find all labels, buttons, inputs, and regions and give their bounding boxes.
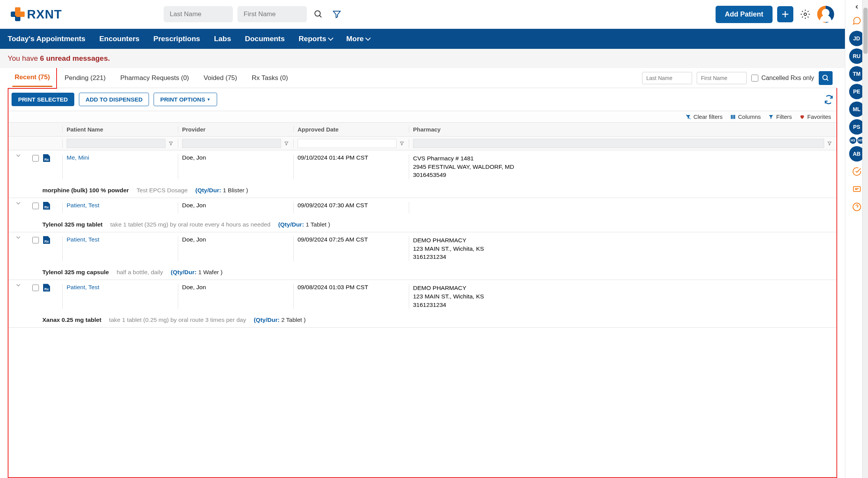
filter-funnel-icon[interactable] xyxy=(826,141,833,146)
refresh-icon[interactable] xyxy=(824,95,833,104)
tab-search-button[interactable] xyxy=(819,71,833,85)
svg-rect-9 xyxy=(733,115,734,119)
patient-link[interactable]: Patient, Test xyxy=(67,202,99,208)
svg-line-6 xyxy=(827,79,828,80)
svg-point-4 xyxy=(804,13,807,16)
unread-messages-banner[interactable]: You have 6 unread messages. xyxy=(0,49,845,68)
top-header: RXNT Add Patient xyxy=(0,0,845,29)
header-approved-date[interactable]: Approved Date xyxy=(293,126,409,133)
approved-date: 09/08/2024 01:03 PM CST xyxy=(293,284,409,309)
table-body[interactable]: RxMe, MiniDoe, Jon09/10/2024 01:44 PM CS… xyxy=(8,150,836,477)
medication-row: Tylenol 325 mg tablettake 1 tablet (325 … xyxy=(8,217,836,232)
filter-patient-input[interactable] xyxy=(67,139,166,148)
header-patient[interactable]: Patient Name xyxy=(62,126,178,133)
svg-point-0 xyxy=(315,11,320,16)
med-sig: half a bottle, daily xyxy=(117,269,163,276)
settings-gear-icon[interactable] xyxy=(798,7,813,22)
tab-first-name-input[interactable] xyxy=(697,72,747,84)
approved-date: 09/09/2024 07:30 AM CST xyxy=(293,202,409,213)
table-row: RxMe, MiniDoe, Jon09/10/2024 01:44 PM CS… xyxy=(8,150,836,183)
med-name: morphine (bulk) 100 % powder xyxy=(42,187,129,194)
patient-link[interactable]: Patient, Test xyxy=(67,236,99,243)
filter-provider-input[interactable] xyxy=(182,139,281,148)
medication-row: Tylenol 325 mg capsulehalf a bottle, dai… xyxy=(8,265,836,280)
svg-rect-8 xyxy=(731,115,732,119)
med-qty: (Qty/Dur: 2 Tablet ) xyxy=(254,316,306,323)
chevron-down-icon xyxy=(365,35,371,41)
nav-labs[interactable]: Labs xyxy=(214,35,231,43)
tab-rx-tasks[interactable]: Rx Tasks (0) xyxy=(249,70,290,87)
pharmacy-info: DEMO PHARMACY123 MAIN ST., Wichita, KS31… xyxy=(409,236,836,261)
tab-voided[interactable]: Voided (75) xyxy=(201,70,239,87)
med-name: Xanax 0.25 mg tablet xyxy=(42,316,101,323)
nav-prescriptions[interactable]: Prescriptions xyxy=(153,35,200,43)
svg-rect-10 xyxy=(734,115,735,119)
row-checkbox[interactable] xyxy=(32,203,39,209)
tab-last-name-input[interactable] xyxy=(642,72,692,84)
header-search-icon[interactable] xyxy=(311,7,325,21)
print-options-button[interactable]: PRINT OPTIONS▼ xyxy=(154,93,217,106)
print-selected-button[interactable]: PRINT SELECTED xyxy=(12,93,74,106)
add-button[interactable] xyxy=(777,6,793,22)
logo[interactable]: RXNT xyxy=(11,7,62,22)
expand-icon[interactable] xyxy=(16,201,20,205)
filter-funnel-icon[interactable] xyxy=(283,141,290,146)
filter-row xyxy=(8,137,836,150)
nav-reports[interactable]: Reports xyxy=(299,35,333,43)
patient-link[interactable]: Me, Mini xyxy=(67,154,89,161)
header-last-name-input[interactable] xyxy=(164,6,233,22)
header-filter-icon[interactable] xyxy=(330,7,344,21)
expand-icon[interactable] xyxy=(16,235,20,239)
cancelled-rxs-checkbox[interactable]: Cancelled Rxs only xyxy=(751,75,814,82)
med-sig: take 1 tablet (325 mg) by oral route eve… xyxy=(110,221,270,228)
page-scrollbar[interactable] xyxy=(862,0,868,478)
filters-button[interactable]: Filters xyxy=(768,113,792,120)
table-header: Patient Name Provider Approved Date Phar… xyxy=(8,123,836,137)
clear-filters-button[interactable]: Clear filters xyxy=(686,113,722,120)
medication-row: morphine (bulk) 100 % powderTest EPCS Do… xyxy=(8,183,836,198)
nav-encounters[interactable]: Encounters xyxy=(99,35,140,43)
actions-row: PRINT SELECTED ADD TO DISPENSED PRINT OP… xyxy=(8,88,836,111)
header-provider[interactable]: Provider xyxy=(178,126,293,133)
filter-funnel-icon[interactable] xyxy=(167,141,175,146)
columns-button[interactable]: Columns xyxy=(730,113,761,120)
row-checkbox[interactable] xyxy=(32,237,39,243)
nav-more[interactable]: More xyxy=(346,35,370,43)
svg-rect-11 xyxy=(853,187,860,192)
med-qty: (Qty/Dur: 1 Blister ) xyxy=(195,187,248,194)
table-row: RxPatient, TestDoe, Jon09/09/2024 07:25 … xyxy=(8,232,836,265)
table-row: RxPatient, TestDoe, Jon09/08/2024 01:03 … xyxy=(8,280,836,313)
add-to-dispensed-button[interactable]: ADD TO DISPENSED xyxy=(79,93,149,106)
patient-link[interactable]: Patient, Test xyxy=(67,284,99,290)
svg-line-1 xyxy=(319,15,321,17)
favorites-button[interactable]: Favorites xyxy=(799,113,831,120)
rail-small-badge[interactable]: H3 xyxy=(850,137,856,144)
header-pharmacy[interactable]: Pharmacy xyxy=(409,126,836,133)
approved-date: 09/09/2024 07:25 AM CST xyxy=(293,236,409,261)
add-patient-button[interactable]: Add Patient xyxy=(716,6,773,23)
provider-name: Doe, Jon xyxy=(178,236,293,261)
header-first-name-input[interactable] xyxy=(237,6,307,22)
nav-appointments[interactable]: Today's Appointments xyxy=(8,35,85,43)
provider-name: Doe, Jon xyxy=(178,202,293,213)
tab-pending[interactable]: Pending (221) xyxy=(62,70,108,87)
rx-icon: Rx xyxy=(43,154,50,162)
row-checkbox[interactable] xyxy=(32,285,39,291)
provider-name: Doe, Jon xyxy=(178,154,293,179)
row-checkbox[interactable] xyxy=(32,155,39,162)
tab-recent[interactable]: Recent (75) xyxy=(12,69,52,87)
nav-documents[interactable]: Documents xyxy=(245,35,284,43)
med-qty: (Qty/Dur: 1 Wafer ) xyxy=(171,269,223,276)
expand-icon[interactable] xyxy=(16,283,20,286)
rail-collapse-icon[interactable] xyxy=(853,3,861,11)
provider-name: Doe, Jon xyxy=(178,284,293,309)
filter-date-input[interactable] xyxy=(298,139,396,148)
filter-pharmacy-input[interactable] xyxy=(413,139,824,148)
tab-pharmacy-requests[interactable]: Pharmacy Requests (0) xyxy=(118,70,191,87)
filter-funnel-icon[interactable] xyxy=(398,141,406,146)
expand-icon[interactable] xyxy=(16,153,20,157)
logo-cross-icon xyxy=(11,7,25,21)
user-avatar[interactable] xyxy=(817,6,834,23)
table-row: RxPatient, TestDoe, Jon09/09/2024 07:30 … xyxy=(8,198,836,217)
table-toolbar: Clear filters Columns Filters Favorites xyxy=(8,111,836,123)
